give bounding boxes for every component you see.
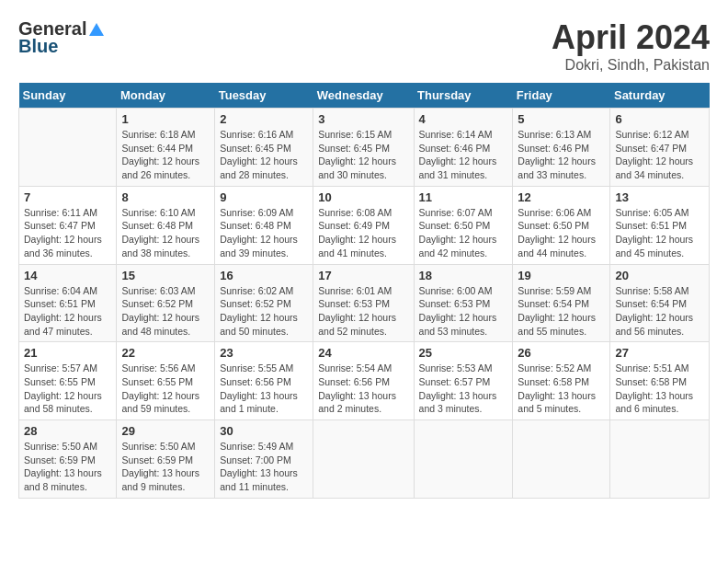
day-number: 18 — [419, 269, 508, 282]
day-info: Sunrise: 6:13 AMSunset: 6:46 PMDaylight:… — [518, 128, 605, 182]
location-title: Dokri, Sindh, Pakistan — [552, 57, 710, 74]
calendar-cell: 30Sunrise: 5:49 AMSunset: 7:00 PMDayligh… — [215, 420, 313, 499]
header: General Blue April 2024 Dokri, Sindh, Pa… — [18, 18, 710, 74]
day-info: Sunrise: 6:16 AMSunset: 6:45 PMDaylight:… — [220, 128, 308, 182]
weekday-header-tuesday: Tuesday — [215, 83, 313, 109]
logo-icon — [88, 21, 105, 38]
calendar-cell: 18Sunrise: 6:00 AMSunset: 6:53 PMDayligh… — [414, 264, 513, 342]
day-number: 13 — [615, 190, 704, 204]
day-info: Sunrise: 5:56 AMSunset: 6:55 PMDaylight:… — [121, 362, 210, 416]
calendar-cell: 10Sunrise: 6:08 AMSunset: 6:49 PMDayligh… — [313, 186, 414, 264]
day-number: 11 — [419, 190, 508, 204]
day-info: Sunrise: 6:07 AMSunset: 6:50 PMDaylight:… — [419, 206, 508, 260]
logo-blue-text: Blue — [18, 36, 58, 57]
calendar-cell: 6Sunrise: 6:12 AMSunset: 6:47 PMDaylight… — [610, 109, 710, 187]
day-info: Sunrise: 5:51 AMSunset: 6:58 PMDaylight:… — [615, 362, 704, 416]
day-number: 25 — [419, 346, 508, 360]
day-info: Sunrise: 6:03 AMSunset: 6:52 PMDaylight:… — [121, 284, 210, 339]
day-number: 21 — [24, 346, 111, 360]
calendar-cell: 20Sunrise: 5:58 AMSunset: 6:54 PMDayligh… — [610, 264, 710, 342]
day-info: Sunrise: 6:05 AMSunset: 6:51 PMDaylight:… — [615, 206, 704, 260]
weekday-header-wednesday: Wednesday — [313, 83, 414, 109]
calendar-cell — [513, 420, 610, 499]
day-number: 20 — [615, 269, 704, 282]
day-info: Sunrise: 6:09 AMSunset: 6:48 PMDaylight:… — [220, 206, 308, 260]
calendar-cell: 24Sunrise: 5:54 AMSunset: 6:56 PMDayligh… — [313, 342, 414, 420]
day-number: 30 — [220, 424, 308, 438]
day-number: 28 — [24, 424, 111, 438]
day-number: 9 — [220, 190, 308, 204]
day-info: Sunrise: 6:15 AMSunset: 6:45 PMDaylight:… — [318, 128, 408, 182]
calendar-cell: 5Sunrise: 6:13 AMSunset: 6:46 PMDaylight… — [513, 109, 610, 187]
day-info: Sunrise: 6:00 AMSunset: 6:53 PMDaylight:… — [419, 284, 508, 339]
day-info: Sunrise: 6:12 AMSunset: 6:47 PMDaylight:… — [615, 128, 704, 182]
calendar-table: SundayMondayTuesdayWednesdayThursdayFrid… — [18, 83, 710, 499]
day-number: 16 — [220, 269, 308, 282]
weekday-header-thursday: Thursday — [414, 83, 513, 109]
weekday-header-row: SundayMondayTuesdayWednesdayThursdayFrid… — [19, 83, 710, 109]
day-number: 3 — [318, 112, 408, 126]
svg-marker-0 — [89, 23, 104, 36]
calendar-cell — [610, 420, 710, 499]
calendar-cell — [19, 109, 117, 187]
day-info: Sunrise: 5:58 AMSunset: 6:54 PMDaylight:… — [615, 284, 704, 339]
calendar-cell: 29Sunrise: 5:50 AMSunset: 6:59 PMDayligh… — [117, 420, 215, 499]
calendar-cell: 1Sunrise: 6:18 AMSunset: 6:44 PMDaylight… — [117, 109, 215, 187]
calendar-cell: 19Sunrise: 5:59 AMSunset: 6:54 PMDayligh… — [513, 264, 610, 342]
day-number: 5 — [518, 112, 605, 126]
calendar-cell: 15Sunrise: 6:03 AMSunset: 6:52 PMDayligh… — [117, 264, 215, 342]
day-info: Sunrise: 5:55 AMSunset: 6:56 PMDaylight:… — [220, 362, 308, 416]
calendar-cell: 2Sunrise: 6:16 AMSunset: 6:45 PMDaylight… — [215, 109, 313, 187]
day-number: 15 — [121, 269, 210, 282]
day-info: Sunrise: 5:50 AMSunset: 6:59 PMDaylight:… — [24, 440, 111, 494]
day-number: 27 — [615, 346, 704, 360]
day-info: Sunrise: 6:11 AMSunset: 6:47 PMDaylight:… — [24, 206, 111, 260]
calendar-cell: 27Sunrise: 5:51 AMSunset: 6:58 PMDayligh… — [610, 342, 710, 420]
calendar-cell — [313, 420, 414, 499]
day-number: 26 — [518, 346, 605, 360]
calendar-cell: 28Sunrise: 5:50 AMSunset: 6:59 PMDayligh… — [19, 420, 117, 499]
day-number: 8 — [121, 190, 210, 204]
title-area: April 2024 Dokri, Sindh, Pakistan — [552, 18, 710, 74]
calendar-cell: 12Sunrise: 6:06 AMSunset: 6:50 PMDayligh… — [513, 186, 610, 264]
calendar-cell: 14Sunrise: 6:04 AMSunset: 6:51 PMDayligh… — [19, 264, 117, 342]
weekday-header-saturday: Saturday — [610, 83, 710, 109]
day-number: 29 — [121, 424, 210, 438]
day-info: Sunrise: 6:10 AMSunset: 6:48 PMDaylight:… — [121, 206, 210, 260]
day-number: 23 — [220, 346, 308, 360]
calendar-cell: 4Sunrise: 6:14 AMSunset: 6:46 PMDaylight… — [414, 109, 513, 187]
calendar-cell — [414, 420, 513, 499]
day-info: Sunrise: 5:49 AMSunset: 7:00 PMDaylight:… — [220, 440, 308, 494]
calendar-cell: 13Sunrise: 6:05 AMSunset: 6:51 PMDayligh… — [610, 186, 710, 264]
calendar-cell: 25Sunrise: 5:53 AMSunset: 6:57 PMDayligh… — [414, 342, 513, 420]
day-number: 1 — [121, 112, 210, 126]
day-info: Sunrise: 6:04 AMSunset: 6:51 PMDaylight:… — [24, 284, 111, 339]
day-info: Sunrise: 5:52 AMSunset: 6:58 PMDaylight:… — [518, 362, 605, 416]
weekday-header-friday: Friday — [513, 83, 610, 109]
weekday-header-monday: Monday — [117, 83, 215, 109]
day-number: 19 — [518, 269, 605, 282]
weekday-header-sunday: Sunday — [19, 83, 117, 109]
calendar-cell: 17Sunrise: 6:01 AMSunset: 6:53 PMDayligh… — [313, 264, 414, 342]
day-info: Sunrise: 5:54 AMSunset: 6:56 PMDaylight:… — [318, 362, 408, 416]
day-info: Sunrise: 5:57 AMSunset: 6:55 PMDaylight:… — [24, 362, 111, 416]
calendar-body: 1Sunrise: 6:18 AMSunset: 6:44 PMDaylight… — [19, 109, 710, 499]
day-number: 14 — [24, 269, 111, 282]
day-info: Sunrise: 6:18 AMSunset: 6:44 PMDaylight:… — [121, 128, 210, 182]
month-title: April 2024 — [552, 18, 710, 57]
calendar-cell: 3Sunrise: 6:15 AMSunset: 6:45 PMDaylight… — [313, 109, 414, 187]
day-info: Sunrise: 5:50 AMSunset: 6:59 PMDaylight:… — [121, 440, 210, 494]
week-row-3: 14Sunrise: 6:04 AMSunset: 6:51 PMDayligh… — [19, 264, 710, 342]
day-number: 4 — [419, 112, 508, 126]
week-row-2: 7Sunrise: 6:11 AMSunset: 6:47 PMDaylight… — [19, 186, 710, 264]
day-info: Sunrise: 6:14 AMSunset: 6:46 PMDaylight:… — [419, 128, 508, 182]
day-number: 6 — [615, 112, 704, 126]
logo: General Blue — [18, 18, 105, 57]
day-number: 17 — [318, 269, 408, 282]
day-info: Sunrise: 6:06 AMSunset: 6:50 PMDaylight:… — [518, 206, 605, 260]
day-number: 24 — [318, 346, 408, 360]
day-number: 12 — [518, 190, 605, 204]
day-info: Sunrise: 5:59 AMSunset: 6:54 PMDaylight:… — [518, 284, 605, 339]
week-row-1: 1Sunrise: 6:18 AMSunset: 6:44 PMDaylight… — [19, 109, 710, 187]
day-number: 22 — [121, 346, 210, 360]
